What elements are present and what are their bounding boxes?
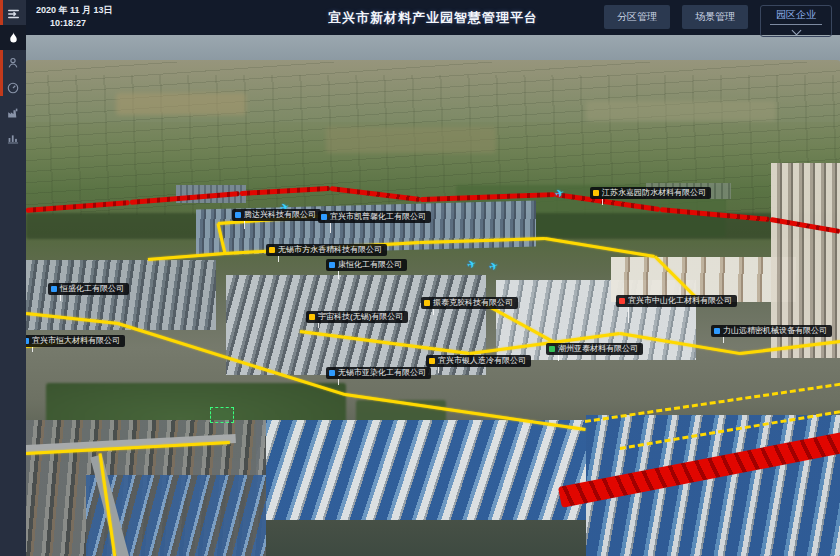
menu-icon[interactable] (0, 3, 26, 25)
company-marker-icon (429, 358, 435, 364)
enterprise-dropdown-label: 园区企业 (770, 8, 822, 25)
company-marker-icon (593, 190, 599, 196)
company-label-text: 宇宙科技(无锡)有限公司 (318, 311, 403, 323)
company-label-text: 无锡市方永香精科技有限公司 (278, 244, 382, 256)
scene-manage-button[interactable]: 场景管理 (682, 5, 748, 29)
person-icon[interactable] (0, 50, 26, 75)
company-label[interactable]: 恒盛化工有限公司 (48, 283, 129, 295)
company-label[interactable]: 宜兴市恒大材料有限公司 (26, 335, 125, 347)
company-label-text: 恒盛化工有限公司 (60, 283, 124, 295)
label-pin-line (60, 295, 61, 301)
company-label[interactable]: 宇宙科技(无锡)有限公司 (306, 311, 408, 323)
company-marker-icon (235, 212, 241, 218)
company-label-text: 力山远精密机械设备有限公司 (723, 325, 827, 337)
label-pin-line (558, 355, 559, 361)
label-pin-line (438, 367, 439, 373)
header-actions: 分区管理 场景管理 园区企业 (604, 5, 832, 37)
label-pin-line (32, 347, 33, 352)
map-3d-scene[interactable]: 恒盛化工有限公司宜兴市恒大材料有限公司腾达兴科技有限公司宜兴市凯普馨化工有限公司… (26, 35, 840, 556)
company-marker-icon (321, 214, 327, 220)
company-label-text: 潮州亚泰材料有限公司 (558, 343, 638, 355)
company-label-text: 康恒化工有限公司 (338, 259, 402, 271)
company-marker-icon (329, 370, 335, 376)
enterprise-dropdown[interactable]: 园区企业 (760, 5, 832, 37)
company-label[interactable]: 无锡市方永香精科技有限公司 (266, 244, 387, 256)
label-pin-line (318, 323, 319, 328)
header: 2020 年 11 月 13日 10:18:27 宜兴市新材料产业园智慧管理平台… (26, 0, 840, 35)
company-marker-icon (549, 346, 555, 352)
company-label-text: 宜兴市银人造冷有限公司 (438, 355, 526, 367)
company-marker-icon (51, 286, 57, 292)
label-pin-line (338, 379, 339, 385)
app-window: 2020 年 11 月 13日 10:18:27 宜兴市新材料产业园智慧管理平台… (0, 0, 840, 556)
company-label[interactable]: 江苏永嘉园防水材料有限公司 (590, 187, 711, 199)
company-marker-icon (309, 314, 315, 320)
zone-manage-button[interactable]: 分区管理 (604, 5, 670, 29)
company-label-text: 振泰克胶科技有限公司 (433, 297, 513, 309)
company-marker-icon (424, 300, 430, 306)
company-label[interactable]: 宜兴市中山化工材料有限公司 (616, 295, 737, 307)
label-pin-line (278, 256, 279, 262)
selection-box (210, 407, 234, 423)
bar-chart-icon[interactable] (0, 125, 26, 150)
label-pin-line (602, 199, 603, 205)
label-pin-line (330, 223, 331, 233)
company-label[interactable]: 康恒化工有限公司 (326, 259, 407, 271)
company-marker-icon (269, 247, 275, 253)
company-label[interactable]: 潮州亚泰材料有限公司 (546, 343, 643, 355)
company-label[interactable]: 力山远精密机械设备有限公司 (711, 325, 832, 337)
company-label[interactable]: 腾达兴科技有限公司 (232, 209, 321, 221)
company-label[interactable]: 宜兴市凯普馨化工有限公司 (318, 211, 431, 223)
company-label-text: 宜兴市中山化工材料有限公司 (628, 295, 732, 307)
flame-icon[interactable] (0, 25, 26, 50)
factory-icon[interactable] (0, 100, 26, 125)
company-label-text: 江苏永嘉园防水材料有限公司 (602, 187, 706, 199)
company-label-text: 腾达兴科技有限公司 (244, 209, 316, 221)
label-pin-line (628, 307, 629, 323)
company-label-text: 宜兴市恒大材料有限公司 (32, 335, 120, 347)
company-marker-icon (329, 262, 335, 268)
company-label[interactable]: 振泰克胶科技有限公司 (421, 297, 518, 309)
company-label-text: 无锡市亚染化工有限公司 (338, 367, 426, 379)
chevron-down-icon (791, 26, 801, 36)
company-label[interactable]: 无锡市亚染化工有限公司 (326, 367, 431, 379)
company-label-text: 宜兴市凯普馨化工有限公司 (330, 211, 426, 223)
label-pin-line (244, 221, 245, 229)
label-pin-line (338, 271, 339, 279)
sidebar (0, 0, 26, 556)
label-pin-line (723, 337, 724, 343)
drone-plane-icon[interactable]: ✈ (466, 258, 478, 270)
drone-plane-icon[interactable]: ✈ (488, 260, 500, 272)
company-marker-icon (26, 338, 29, 344)
company-label[interactable]: 宜兴市银人造冷有限公司 (426, 355, 531, 367)
gauge-icon[interactable] (0, 75, 26, 100)
label-pin-line (433, 309, 434, 315)
company-marker-icon (714, 328, 720, 334)
company-marker-icon (619, 298, 625, 304)
